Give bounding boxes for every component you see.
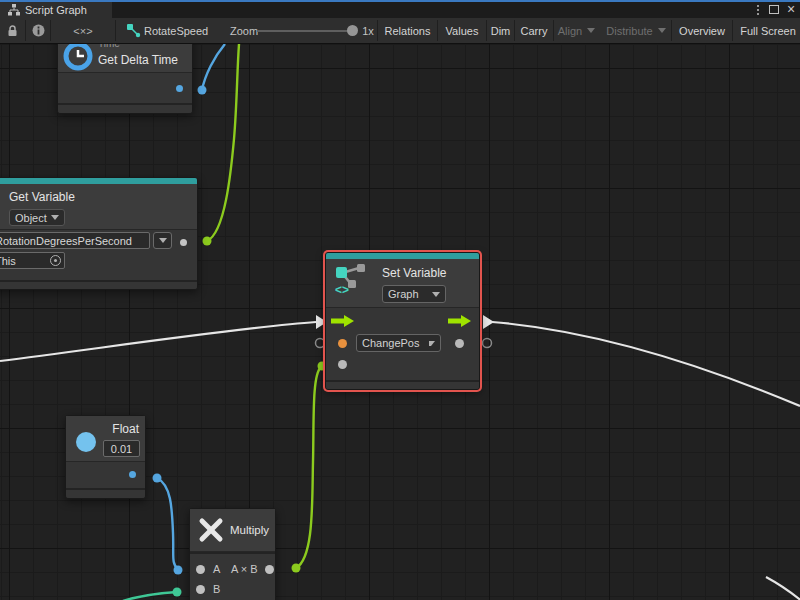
node-title: Get Variable — [9, 190, 75, 204]
flow-connection-corner — [766, 577, 800, 600]
input-port-a[interactable] — [196, 565, 205, 574]
endpoint-green[interactable] — [292, 564, 301, 573]
connection-deltatime — [202, 44, 225, 90]
node-title: Float — [112, 422, 139, 436]
chevron-down-icon — [51, 215, 59, 220]
variable-name-dropdown-button[interactable] — [153, 232, 172, 249]
chevron-down-icon — [159, 238, 167, 243]
node-title: Get Delta Time — [98, 53, 178, 67]
window-menu-kebab-icon[interactable] — [751, 3, 765, 16]
input-port-value[interactable] — [338, 339, 347, 348]
input-port-fallback[interactable] — [338, 360, 347, 369]
svg-text:<>: <> — [335, 283, 349, 295]
code-glyph: <×> — [73, 25, 92, 37]
output-port-result[interactable] — [265, 565, 274, 574]
variable-name-value: RotationDegreesPerSecond — [0, 235, 132, 247]
output-port-value[interactable] — [455, 339, 464, 348]
window-maximize-icon[interactable] — [767, 3, 781, 16]
chevron-down-icon — [587, 28, 595, 33]
port-result-label: A × B — [231, 563, 258, 575]
variable-scope-dropdown[interactable]: Graph — [382, 285, 446, 303]
chevron-down-icon — [432, 292, 440, 297]
node-footer — [66, 488, 145, 498]
chevron-down-icon — [429, 341, 435, 346]
variable-name-dropdown[interactable]: ChangePos — [356, 334, 441, 352]
connection-into-multiply-b — [123, 592, 177, 600]
carry-button[interactable]: Carry — [515, 18, 553, 43]
node-title: Set Variable — [382, 266, 446, 280]
info-icon — [32, 24, 45, 37]
multiply-icon — [198, 517, 224, 543]
lock-button[interactable] — [0, 18, 25, 43]
connection-float-to-multiply — [157, 478, 178, 569]
variable-scope-dropdown[interactable]: Object — [9, 209, 65, 226]
port-a-label: A — [213, 563, 220, 575]
zoom-label: Zoom — [228, 18, 260, 43]
variable-name-field[interactable]: RotationDegreesPerSecond — [0, 232, 150, 249]
object-picker-icon[interactable] — [50, 255, 61, 266]
graph-name-breadcrumb[interactable]: RotateSpeed — [144, 18, 214, 43]
unconnected-port-ring[interactable] — [316, 339, 325, 348]
connection-rotation-variable — [207, 44, 239, 241]
clock-icon — [63, 44, 93, 71]
graph-asset-icon — [124, 18, 142, 43]
endpoint-blue[interactable] — [198, 86, 207, 95]
graph-toolbar: <×> RotateSpeed Zoom 1x Relations Values… — [0, 18, 800, 44]
graph-canvas[interactable]: Time Get Delta Time Get Variable Object … — [0, 44, 800, 600]
zoom-slider-handle[interactable] — [347, 25, 358, 36]
endpoint-blue[interactable] — [153, 474, 162, 483]
output-port-value[interactable] — [180, 239, 187, 246]
input-port-b[interactable] — [196, 585, 205, 594]
scope-value: Object — [15, 212, 47, 224]
endpoint-teal[interactable] — [173, 588, 182, 597]
script-graph-icon — [8, 4, 20, 16]
variable-name-value: ChangePos — [362, 337, 420, 349]
endpoint-green[interactable] — [203, 237, 212, 246]
flow-input-arrow-icon[interactable] — [331, 315, 355, 327]
node-set-variable[interactable]: <> Set Variable Graph ChangePos — [325, 252, 480, 390]
relations-button[interactable]: Relations — [378, 18, 437, 43]
output-port-delta-time[interactable] — [176, 85, 183, 92]
target-object-field[interactable]: This — [0, 252, 65, 269]
node-footer — [0, 280, 197, 289]
unconnected-port-ring[interactable] — [483, 339, 492, 348]
flow-connection-right — [492, 322, 800, 406]
overview-button[interactable]: Overview — [672, 18, 732, 43]
flow-output-arrow-icon[interactable] — [448, 315, 472, 327]
tab-script-graph[interactable]: Script Graph — [0, 2, 112, 18]
node-float[interactable]: Float 0.01 — [65, 415, 146, 499]
window-tab-bar: Script Graph × — [0, 0, 800, 18]
node-get-delta-time[interactable]: Time Get Delta Time — [57, 44, 193, 114]
align-label: Align — [558, 25, 582, 37]
dim-button[interactable]: Dim — [487, 18, 514, 43]
window-close-icon[interactable]: × — [784, 3, 798, 16]
node-get-variable[interactable]: Get Variable Object RotationDegreesPerSe… — [0, 177, 198, 290]
chevron-down-icon — [658, 28, 666, 33]
node-footer — [326, 380, 479, 389]
values-button[interactable]: Values — [438, 18, 486, 43]
node-footer — [58, 103, 192, 113]
zoom-slider-track[interactable] — [257, 30, 348, 32]
float-value: 0.01 — [111, 443, 132, 455]
distribute-dropdown[interactable]: Distribute — [601, 18, 671, 43]
endpoint-blue[interactable] — [174, 566, 183, 575]
node-multiply[interactable]: Multiply A A × B B — [189, 508, 276, 600]
output-port-float[interactable] — [129, 471, 136, 478]
preview-code-button[interactable]: <×> — [51, 18, 115, 43]
focus-highlight-line — [0, 0, 800, 2]
inspect-button[interactable] — [26, 18, 50, 43]
node-title: Multiply — [230, 524, 269, 536]
float-value-field[interactable]: 0.01 — [103, 440, 140, 457]
fullscreen-button[interactable]: Full Screen — [733, 18, 800, 43]
lock-icon — [7, 25, 18, 37]
align-dropdown[interactable]: Align — [554, 18, 599, 43]
target-value: This — [0, 255, 16, 267]
port-b-label: B — [213, 583, 220, 595]
set-variable-icon: <> — [334, 263, 368, 295]
distribute-label: Distribute — [606, 25, 652, 37]
connection-multiply-to-setvariable — [296, 367, 321, 568]
node-category: Time — [98, 44, 120, 49]
scope-value: Graph — [388, 288, 419, 300]
tab-title: Script Graph — [25, 4, 87, 16]
zoom-value: 1x — [359, 18, 377, 43]
